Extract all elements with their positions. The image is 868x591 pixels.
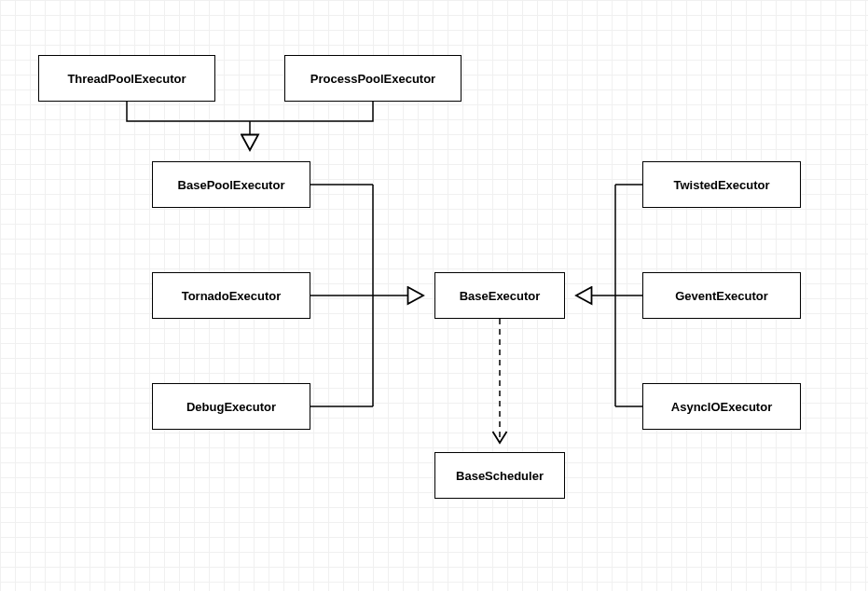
node-baseexecutor[interactable]: BaseExecutor xyxy=(434,272,565,319)
node-label: TornadoExecutor xyxy=(182,289,282,303)
node-geventexecutor[interactable]: GeventExecutor xyxy=(642,272,801,319)
node-label: ProcessPoolExecutor xyxy=(310,72,435,86)
node-label: BaseScheduler xyxy=(456,469,544,483)
node-label: TwistedExecutor xyxy=(673,178,769,192)
edge-rightgroup-to-baseexecutor xyxy=(576,185,642,406)
node-asyncioexecutor[interactable]: AsyncIOExecutor xyxy=(642,383,801,430)
node-label: DebugExecutor xyxy=(186,400,276,414)
node-threadpoolexecutor[interactable]: ThreadPoolExecutor xyxy=(38,55,215,102)
node-processpoolexecutor[interactable]: ProcessPoolExecutor xyxy=(284,55,462,102)
edge-leftgroup-to-baseexecutor xyxy=(310,185,423,406)
node-twistedexecutor[interactable]: TwistedExecutor xyxy=(642,161,801,208)
node-basepoolexecutor[interactable]: BasePoolExecutor xyxy=(152,161,310,208)
node-label: ThreadPoolExecutor xyxy=(67,72,186,86)
node-basescheduler[interactable]: BaseScheduler xyxy=(434,452,565,499)
node-label: BaseExecutor xyxy=(460,289,541,303)
node-label: GeventExecutor xyxy=(675,289,768,303)
edge-pool-to-basepool xyxy=(127,102,373,150)
node-label: AsyncIOExecutor xyxy=(671,400,772,414)
node-label: BasePoolExecutor xyxy=(178,178,285,192)
node-debugexecutor[interactable]: DebugExecutor xyxy=(152,383,310,430)
node-tornadoexecutor[interactable]: TornadoExecutor xyxy=(152,272,310,319)
